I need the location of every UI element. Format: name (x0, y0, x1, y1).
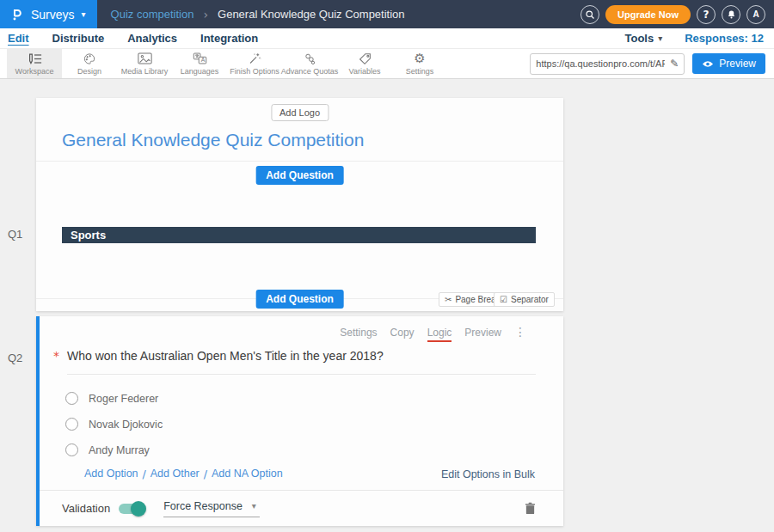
validation-toggle[interactable] (119, 504, 144, 514)
trash-icon (525, 502, 536, 515)
answer-option-label[interactable]: Novak Djokovic (89, 419, 163, 431)
toolbar-item-label: Settings (406, 67, 434, 76)
toolbar-item-workspace[interactable]: Workspace (7, 49, 62, 78)
edit-toolbar: Workspace Design Media Library A Languag… (0, 49, 774, 79)
survey-url-field[interactable]: https://qa.questionpro.com/t/APNrFZe5 ✎ (530, 53, 685, 75)
toolbar-item-variables[interactable]: Variables (337, 49, 392, 78)
chevron-down-icon: ▾ (82, 9, 86, 19)
app-header: Surveys ▾ Quiz competition › General Kno… (0, 0, 774, 28)
tab-integration[interactable]: Integration (200, 32, 258, 45)
search-icon (585, 9, 595, 20)
edit-options-in-bulk-link[interactable]: Edit Options in Bulk (441, 468, 535, 480)
chevron-down-icon: ▾ (252, 501, 256, 511)
toolbar-item-label: Finish Options (230, 67, 280, 76)
tab-edit[interactable]: Edit (8, 32, 29, 45)
survey-title[interactable]: General Knowledge Quiz Competition (62, 130, 364, 150)
workspace-pen-list-icon (27, 52, 42, 65)
breadcrumb-current: General Knowledge Quiz Competition (218, 8, 405, 21)
add-other-link[interactable]: Add Other (150, 468, 200, 480)
question-text-row: * Who won the Australian Open Men's Titl… (53, 349, 536, 375)
required-asterisk: * (53, 349, 67, 375)
edit-url-pencil-icon[interactable]: ✎ (665, 54, 684, 74)
subnav-tabs: Edit Distribute Analytics Integration (8, 32, 258, 45)
survey-edit-canvas: Q1 Q2 Add Logo General Knowledge Quiz Co… (0, 80, 774, 532)
checkbox-icon: ☑ (500, 295, 507, 304)
scissors-icon: ✂ (445, 295, 452, 304)
toolbar-item-label: Media Library (121, 67, 169, 76)
question-copy-link[interactable]: Copy (390, 327, 415, 339)
add-logo-button[interactable]: Add Logo (271, 104, 329, 121)
radio-button-icon[interactable] (65, 392, 78, 405)
questionpro-logo-icon (9, 7, 24, 21)
toolbar-item-settings[interactable]: ⚙ Settings (392, 49, 447, 78)
q1-section-heading[interactable]: Sports (62, 227, 536, 243)
question-text[interactable]: Who won the Australian Open Men's Title … (67, 349, 536, 375)
more-options-icon[interactable]: ⋮ (514, 327, 526, 337)
add-question-button-top[interactable]: Add Question (255, 166, 344, 185)
question-number-q2: Q2 (8, 352, 22, 364)
bell-icon (727, 9, 736, 20)
account-avatar[interactable]: A (746, 5, 765, 24)
answer-option-row[interactable]: Andy Murray (65, 443, 150, 456)
palette-icon (83, 52, 96, 65)
question-logic-link[interactable]: Logic (427, 327, 452, 342)
subnav-right: Tools ▾ Responses: 12 (625, 32, 765, 45)
divider (36, 161, 563, 162)
surveys-product-menu[interactable]: Surveys ▾ (0, 0, 97, 28)
answer-option-label[interactable]: Andy Murray (89, 444, 150, 456)
tab-distribute[interactable]: Distribute (52, 32, 105, 45)
toolbar-item-finish-options[interactable]: Finish Options (227, 49, 282, 78)
breadcrumb-parent-link[interactable]: Quiz competition (111, 8, 194, 21)
preview-button[interactable]: Preview (692, 53, 765, 74)
toolbar-item-label: Workspace (15, 67, 54, 76)
add-option-links: Add Option / Add Other / Add NA Option (84, 468, 283, 480)
toolbar-item-languages[interactable]: A Languages (172, 49, 227, 78)
eye-icon (702, 60, 714, 68)
validation-type-dropdown[interactable]: Force Response ▾ (163, 500, 260, 517)
search-button[interactable] (580, 5, 599, 24)
answer-option-label[interactable]: Roger Federer (89, 393, 158, 405)
add-option-link[interactable]: Add Option (84, 468, 138, 480)
validation-type-value: Force Response (163, 500, 243, 512)
upgrade-now-button[interactable]: Upgrade Now (605, 5, 691, 24)
slash-separator: / (143, 468, 146, 480)
radio-button-icon[interactable] (65, 443, 78, 456)
tab-analytics[interactable]: Analytics (127, 32, 177, 45)
responses-count-link[interactable]: Responses: 12 (685, 32, 764, 45)
preview-button-label: Preview (719, 58, 756, 70)
validation-label: Validation (62, 502, 110, 515)
tag-icon (359, 52, 372, 65)
toolbar-item-label: Design (77, 67, 101, 76)
notifications-button[interactable] (722, 5, 740, 24)
survey-url-value: https://qa.questionpro.com/t/APNrFZe5 (531, 58, 665, 69)
tools-dropdown[interactable]: Tools ▾ (625, 32, 663, 45)
avatar-initial: A (752, 9, 759, 19)
question-preview-link[interactable]: Preview (464, 327, 501, 339)
help-button[interactable]: ? (697, 5, 716, 24)
breadcrumb: Quiz competition › General Knowledge Qui… (111, 8, 405, 21)
question-mark-icon: ? (703, 9, 710, 21)
survey-header-card: Add Logo General Knowledge Quiz Competit… (36, 98, 563, 311)
radio-button-icon[interactable] (65, 418, 78, 431)
add-question-button-bottom[interactable]: Add Question (255, 290, 344, 309)
toggle-knob (131, 501, 146, 517)
toolbar-item-design[interactable]: Design (62, 49, 117, 78)
toolbar-item-label: Languages (181, 67, 219, 76)
translate-icon: A (193, 52, 207, 65)
question-action-menu: Settings Copy Logic Preview ⋮ (340, 327, 526, 342)
toolbar-item-media-library[interactable]: Media Library (117, 49, 172, 78)
svg-text:A: A (200, 57, 205, 63)
add-na-option-link[interactable]: Add NA Option (212, 468, 283, 480)
q2-question-card: Settings Copy Logic Preview ⋮ * Who won … (36, 316, 563, 526)
answer-option-row[interactable]: Novak Djokovic (65, 418, 163, 431)
breadcrumb-separator-icon: › (203, 8, 208, 21)
question-settings-link[interactable]: Settings (340, 327, 377, 339)
separator-button[interactable]: ☑ Separator (494, 292, 555, 307)
toolbar-item-label: Variables (349, 67, 381, 76)
magic-wand-icon (248, 52, 261, 65)
delete-question-button[interactable] (525, 502, 536, 515)
image-icon (138, 52, 152, 65)
toolbar-item-advance-quotas[interactable]: Advance Quotas (282, 49, 337, 78)
answer-option-row[interactable]: Roger Federer (65, 392, 158, 405)
validation-row: Validation Force Response ▾ (40, 491, 563, 526)
